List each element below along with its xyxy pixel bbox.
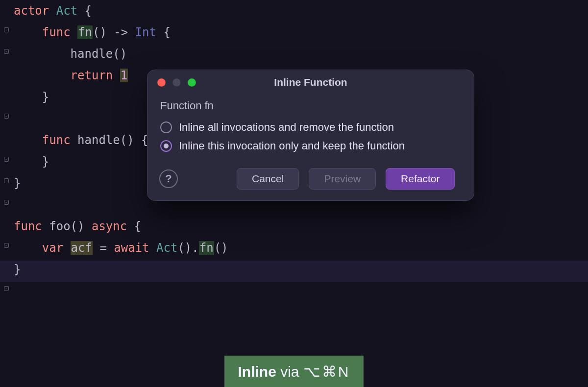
fold-marker-icon[interactable]: [4, 114, 9, 119]
hint-shortcut: ⌥⌘N: [303, 363, 350, 380]
hint-action: Inline: [238, 363, 276, 380]
code-area[interactable]: actor Act { func fn() -> Int { handle() …: [14, 0, 588, 280]
hint-mid: via: [276, 363, 303, 380]
fold-marker-icon[interactable]: [4, 27, 9, 32]
fold-marker-icon[interactable]: [4, 49, 9, 54]
fold-marker-icon[interactable]: [4, 286, 9, 291]
fold-gutter: [4, 24, 12, 387]
shortcut-hint-banner: Inline via ⌥⌘N: [224, 356, 363, 387]
code-text[interactable]: actor Act { func fn() -> Int { handle() …: [14, 0, 588, 280]
fold-marker-icon[interactable]: [4, 243, 9, 248]
code-editor[interactable]: actor Act { func fn() -> Int { handle() …: [0, 0, 588, 387]
fold-marker-icon[interactable]: [4, 157, 9, 162]
fold-marker-icon[interactable]: [4, 178, 9, 183]
fold-marker-icon[interactable]: [4, 200, 9, 205]
